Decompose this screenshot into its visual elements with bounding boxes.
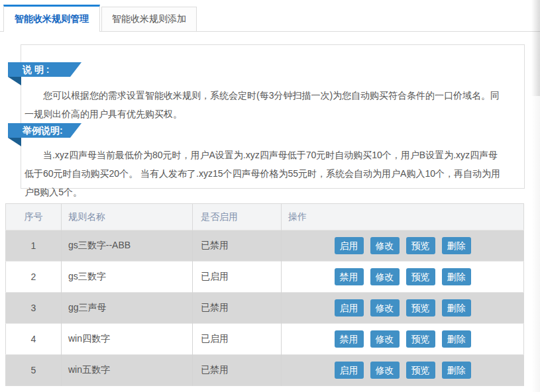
header-enabled: 是否启用	[193, 204, 282, 230]
cell-status: 已启用	[193, 324, 282, 355]
cell-index: 5	[6, 355, 62, 386]
tab-rule-manage[interactable]: 智能收米规则管理	[3, 5, 100, 32]
preview-button[interactable]: 预览	[406, 330, 435, 348]
cell-actions: 启用修改预览删除	[282, 293, 524, 324]
cell-rule-name: win五数字	[62, 355, 193, 386]
explain-text: 您可以根据您的需求设置智能收米规则，系统会定时(每3分钟扫描一次)为您自动购买符…	[25, 86, 507, 123]
cell-actions: 禁用修改预览删除	[282, 324, 524, 355]
example-ribbon: 举例说明:	[8, 123, 81, 138]
cell-index: 2	[6, 262, 62, 293]
example-ribbon-fold	[8, 138, 21, 146]
cell-actions: 禁用修改预览删除	[282, 262, 524, 293]
delete-button[interactable]: 删除	[442, 268, 471, 285]
cell-rule-name: gs三数字--ABB	[62, 230, 193, 262]
table-header-row: 序号 规则名称 是否启用 操作	[6, 204, 524, 230]
table-row: 2gs三数字已启用禁用修改预览删除	[6, 262, 524, 293]
delete-button[interactable]: 删除	[442, 299, 471, 317]
disable-button[interactable]: 禁用	[335, 330, 364, 348]
rules-table: 序号 规则名称 是否启用 操作 1gs三数字--ABB已禁用启用修改预览删除2g…	[5, 203, 524, 386]
enable-button[interactable]: 启用	[335, 237, 364, 254]
table-row: 1gs三数字--ABB已禁用启用修改预览删除	[6, 230, 524, 262]
cell-rule-name: gs三数字	[62, 262, 193, 293]
edit-button[interactable]: 修改	[370, 299, 400, 317]
preview-button[interactable]: 预览	[406, 237, 435, 254]
explain-ribbon: 说 明 :	[8, 62, 81, 77]
cell-status: 已启用	[193, 262, 282, 293]
edit-button[interactable]: 修改	[370, 362, 400, 379]
cell-status: 已禁用	[193, 293, 282, 324]
tab-rule-add[interactable]: 智能收米规则添加	[101, 7, 197, 31]
explain-ribbon-fold	[8, 77, 21, 85]
delete-button[interactable]: 删除	[442, 362, 471, 379]
cell-rule-name: win四数字	[62, 324, 193, 355]
header-rule-name: 规则名称	[62, 204, 193, 230]
preview-button[interactable]: 预览	[406, 268, 435, 285]
delete-button[interactable]: 删除	[442, 237, 471, 254]
cell-status: 已禁用	[193, 355, 282, 386]
table-row: 5win五数字已禁用启用修改预览删除	[6, 355, 524, 386]
example-text: 当.xyz四声母当前最低价为80元时，用户A设置为.xyz四声母低于70元时自动…	[25, 146, 507, 201]
enable-button[interactable]: 启用	[335, 362, 364, 379]
table-row: 3gg三声母已禁用启用修改预览删除	[6, 293, 524, 324]
enable-button[interactable]: 启用	[335, 299, 364, 317]
disable-button[interactable]: 禁用	[335, 268, 364, 285]
preview-button[interactable]: 预览	[406, 362, 435, 379]
cell-status: 已禁用	[193, 230, 282, 262]
preview-button[interactable]: 预览	[406, 299, 435, 317]
header-index: 序号	[6, 204, 62, 230]
header-actions: 操作	[282, 204, 524, 230]
tab-bar: 智能收米规则管理 智能收米规则添加	[0, 0, 540, 32]
scrollbar-thumb[interactable]	[531, 0, 540, 96]
edit-button[interactable]: 修改	[370, 330, 400, 348]
cell-actions: 启用修改预览删除	[282, 230, 524, 262]
cell-index: 4	[6, 324, 62, 355]
edit-button[interactable]: 修改	[370, 268, 400, 285]
rules-table-body: 1gs三数字--ABB已禁用启用修改预览删除2gs三数字已启用禁用修改预览删除3…	[6, 230, 524, 386]
cell-index: 1	[6, 230, 62, 262]
cell-index: 3	[6, 293, 62, 324]
cell-actions: 启用修改预览删除	[282, 355, 524, 386]
edit-button[interactable]: 修改	[370, 237, 400, 254]
instructions-panel: 说 明 : 您可以根据您的需求设置智能收米规则，系统会定时(每3分钟扫描一次)为…	[21, 44, 525, 189]
cell-rule-name: gg三声母	[62, 293, 193, 324]
delete-button[interactable]: 删除	[442, 330, 471, 348]
table-row: 4win四数字已启用禁用修改预览删除	[6, 324, 524, 355]
